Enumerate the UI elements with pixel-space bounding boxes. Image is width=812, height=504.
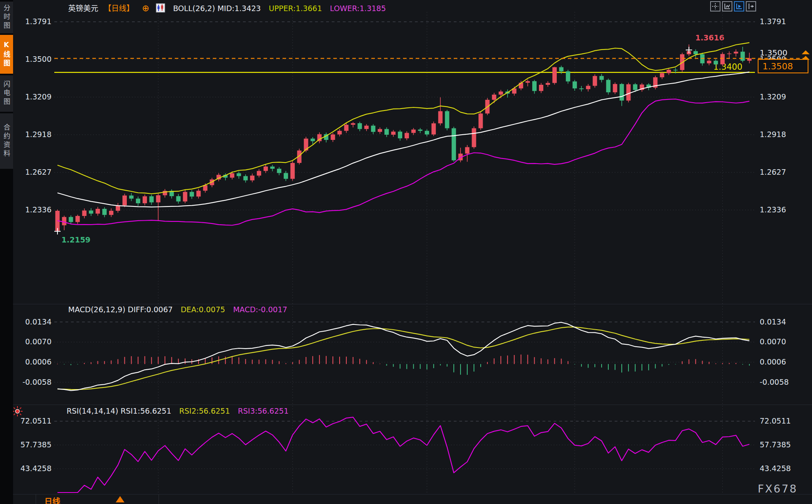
rsi3-readout: RSI3:56.6251 xyxy=(238,407,288,415)
sidebar-item-label: K线图 xyxy=(2,41,11,68)
period-badge: 【日线】 xyxy=(104,4,134,13)
macd-header: MACD(26,12,9) DIFF:0.0067 DEA:0.0075 MAC… xyxy=(68,305,293,314)
crosshair-tool-button[interactable] xyxy=(710,1,720,11)
period-caret-icon[interactable] xyxy=(116,496,124,502)
sidebar-item-kline-chart[interactable]: K线图 xyxy=(0,35,13,74)
boll-lower-readout: LOWER:1.3185 xyxy=(330,4,386,13)
rsi1-readout: RSI(14,14,14) RSI1:56.6251 xyxy=(67,407,171,415)
chart-header: 英镑美元 【日线】 ⊕ BOLL(26,2) MID:1.3423 UPPER:… xyxy=(68,2,392,14)
current-price-value: 1.3508 xyxy=(762,61,793,71)
boll-readout: BOLL(26,2) MID:1.3423 xyxy=(173,4,261,13)
sidebar: 分时图 K线图 闪电图 合约资料 xyxy=(0,0,13,504)
live-indicator-icon xyxy=(12,406,23,418)
auto-scale-button[interactable] xyxy=(722,1,732,11)
chart-toolbar xyxy=(710,1,756,11)
play-scale-button[interactable] xyxy=(734,1,744,11)
period-selector[interactable]: 日线 xyxy=(44,495,60,504)
rsi-header: RSI(14,14,14) RSI1:56.6251 RSI2:56.6251 … xyxy=(67,407,294,415)
sidebar-item-lightning-chart[interactable]: 闪电图 xyxy=(0,75,13,112)
bottom-bar xyxy=(13,494,812,504)
jump-to-latest-icon[interactable] xyxy=(801,50,811,61)
trading-app-window: 2025/022025/032025/042025/052025/061.379… xyxy=(0,0,812,504)
macd-dea-readout: DEA:0.0075 xyxy=(181,305,225,314)
sidebar-item-contract-info[interactable]: 合约资料 xyxy=(0,113,13,169)
sidebar-item-label: 分时图 xyxy=(2,4,11,31)
macd-macd-readout: MACD:-0.0017 xyxy=(233,305,287,314)
watermark: FX678 xyxy=(758,483,798,495)
sidebar-item-label: 合约资料 xyxy=(2,124,11,158)
boll-upper-readout: UPPER:1.3661 xyxy=(269,4,322,13)
macd-readout: MACD(26,12,9) DIFF:0.0067 xyxy=(68,305,173,314)
snap-latest-button[interactable] xyxy=(746,1,756,11)
candlestick-mini-icon[interactable] xyxy=(156,3,165,14)
sidebar-item-timeline-chart[interactable]: 分时图 xyxy=(0,2,13,33)
sidebar-item-label: 闪电图 xyxy=(2,80,11,107)
rsi2-readout: RSI2:56.6251 xyxy=(179,407,230,415)
add-indicator-icon[interactable]: ⊕ xyxy=(142,3,149,13)
symbol-title: 英镑美元 xyxy=(68,4,98,13)
chart-canvas xyxy=(0,0,812,504)
